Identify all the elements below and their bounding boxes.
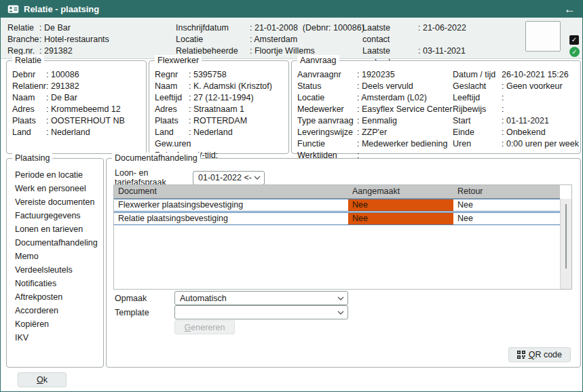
field-label: Functie <box>297 138 357 150</box>
chevron-down-icon <box>337 311 344 315</box>
field-value: : Straatnaam 1 <box>189 104 244 115</box>
sidebar-item-notificaties[interactable]: Notificaties <box>7 277 103 290</box>
field-label: Adres <box>12 104 46 115</box>
green-check-icon[interactable]: ✓ <box>569 47 580 57</box>
sidebar-item-documentafhandeling[interactable]: Documentafhandeling <box>7 236 103 250</box>
ok-button[interactable]: Ok <box>18 372 67 387</box>
genereren-button-label: Genereren <box>185 323 225 332</box>
sidebar-item-accorderen[interactable]: Accorderen <box>7 304 103 317</box>
qr-icon <box>517 351 525 359</box>
scrollbar-thumb[interactable] <box>565 204 567 269</box>
field-value: : Medewerker bediening <box>357 138 447 150</box>
checkbox-checked-icon[interactable]: ✓ <box>569 35 579 45</box>
field-value: : Hotel-restaurants <box>39 34 109 45</box>
genereren-button[interactable]: Genereren <box>174 320 235 334</box>
field-label: Status <box>297 81 357 92</box>
sidebar-item-periode-en-locatie[interactable]: Periode en locatie <box>7 168 103 182</box>
field-value: : ROTTERDAM <box>189 115 247 127</box>
chevron-down-icon <box>337 296 344 300</box>
groupbox-legend: Flexwerker <box>155 55 202 66</box>
field-label: Laatste contact <box>362 22 418 45</box>
field-label: Gew.uren <box>155 138 189 150</box>
back-arrow-icon[interactable]: ← <box>564 3 576 15</box>
qr-code-button[interactable]: QR code <box>508 347 571 362</box>
field-label: Land <box>155 127 189 138</box>
field-label: Locatie <box>297 92 357 104</box>
field-value: : 27 (12-11-1994) <box>189 92 254 104</box>
field-label: Plaats <box>12 115 46 127</box>
ok-button-label: Ok <box>37 375 48 385</box>
document-table: Document Aangemaakt Retour Flexwerker pl… <box>113 184 572 290</box>
tariefafspraak-value: 01-01-2022 <- <box>198 173 252 182</box>
cell-document: Flexwerker plaatsingsbevestiging <box>114 199 348 211</box>
qr-button-label: QR code <box>529 350 562 359</box>
field-label: Leeftijd <box>155 92 189 104</box>
field-label: Medewerker <box>297 104 357 115</box>
field-value: : <box>502 92 504 104</box>
titlebar: Relatie - plaatsing ← <box>1 1 582 18</box>
field-value: : Geen voorkeur <box>502 81 563 92</box>
field-label: Leeftijd <box>453 92 502 104</box>
sidebar-item-factuurgegevens[interactable]: Factuurgegevens <box>7 209 103 222</box>
field-label: Land <box>12 127 46 138</box>
field-value: : Nederland <box>189 127 233 138</box>
aanvraag-right-column: Datum / tijd26-10-2021 15:26 Geslacht: G… <box>453 69 578 150</box>
sidebar-item-vereiste-documenten[interactable]: Vereiste documenten <box>7 195 103 209</box>
field-label: Relatienr <box>12 81 46 92</box>
field-value: : 21-06-2022 <box>418 22 466 45</box>
opmaak-value: Automatisch <box>180 294 227 303</box>
aanvraag-left-column: Aanvraagnr: 1920235 Status: Deels vervul… <box>297 69 450 161</box>
field-label: Regnr <box>155 69 189 81</box>
col-header-aangemaakt: Aangemaakt <box>348 185 453 198</box>
field-label: Relatie <box>7 22 39 34</box>
field-value: : 0:00 uren per week <box>502 138 579 150</box>
field-value: : Krommebeemd 12 <box>46 104 121 115</box>
sidebar-item-aftrekposten[interactable]: Aftrekposten <box>7 290 103 304</box>
sidebar-item-kopieren[interactable]: Kopiëren <box>7 317 103 331</box>
field-value: : <box>189 138 191 150</box>
field-label: Adres <box>155 104 189 115</box>
field-value: : 5395758 <box>189 69 227 81</box>
cell-retour: Nee <box>453 213 560 224</box>
field-value: : ZZP'er <box>357 127 387 138</box>
cell-aangemaakt: Nee <box>348 213 453 224</box>
table-row[interactable]: Flexwerker plaatsingsbevestiging Nee Nee <box>114 199 560 212</box>
table-scrollbar[interactable] <box>560 199 571 289</box>
sidebar-item-ikv[interactable]: IKV <box>7 331 103 345</box>
sidebar-item-lonen-en-tarieven[interactable]: Lonen en tarieven <box>7 222 103 236</box>
cell-aangemaakt: Nee <box>348 199 453 211</box>
col-header-document: Document <box>114 185 348 198</box>
field-label: Plaats <box>155 115 189 127</box>
relatie-groupbox: Relatie Debnr: 100086 Relatienr: 291382 … <box>6 60 147 154</box>
field-label: Rijbewijs <box>453 104 502 115</box>
tariefafspraak-select[interactable]: 01-01-2022 <- <box>193 171 265 185</box>
summary-col-relatie: Relatie: De Bar Branche: Hotel-restauran… <box>7 22 109 57</box>
field-value: : OOSTERHOUT NB <box>46 115 125 127</box>
field-label: Geslacht <box>453 81 502 92</box>
field-label: Locatie <box>176 34 250 45</box>
table-row[interactable]: Relatie plaatsingsbevestiging Nee Nee <box>114 212 560 225</box>
summary-header: Relatie: De Bar Branche: Hotel-restauran… <box>1 18 582 59</box>
aanvraag-groupbox: Aanvraag Aanvraagnr: 1920235 Status: Dee… <box>291 60 581 154</box>
field-value: : 100086 <box>46 69 79 81</box>
field-label: Start <box>453 115 502 127</box>
opmaak-label: Opmaak <box>115 294 174 303</box>
field-value: 26-10-2021 15:26 <box>502 69 569 81</box>
field-value: : Nederland <box>46 127 90 138</box>
documentafhandeling-panel: Documentafhandeling Loon- en tariefafspr… <box>106 158 581 368</box>
field-value: : <box>502 104 504 115</box>
groupbox-legend: Aanvraag <box>297 55 339 66</box>
template-select[interactable] <box>174 305 348 319</box>
window-title: Relatie - plaatsing <box>24 4 99 14</box>
cell-retour: Nee <box>453 199 560 211</box>
sidebar-item-memo[interactable]: Memo <box>7 250 103 263</box>
sidebar-item-werk-en-personeel[interactable]: Werk en personeel <box>7 182 103 195</box>
flexwerker-groupbox: Flexwerker Regnr: 5395758 Naam: K. Adams… <box>149 60 289 154</box>
sidebar-item-verdeelsleutels[interactable]: Verdeelsleutels <box>7 263 103 277</box>
opmaak-select[interactable]: Automatisch <box>174 291 348 305</box>
field-label: Leveringswijze <box>297 127 357 138</box>
field-value: : De Bar <box>39 22 71 34</box>
field-label: Einde <box>453 127 502 138</box>
relation-card-icon <box>7 5 19 14</box>
groupbox-legend: Plaatsing <box>12 153 52 163</box>
